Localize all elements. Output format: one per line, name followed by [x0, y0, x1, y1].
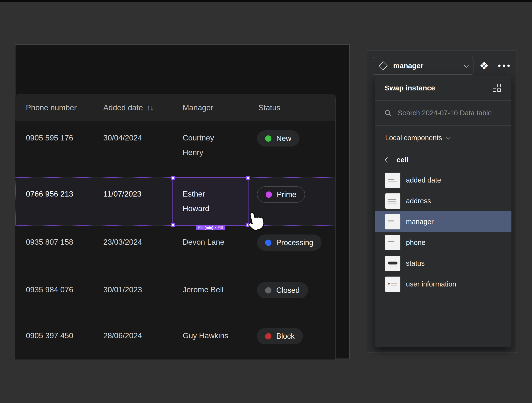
added-date-cell[interactable]: 28/06/2024: [103, 328, 142, 343]
status-dot-icon: [265, 135, 271, 142]
manager-cell[interactable]: Guy Hawkins: [183, 328, 231, 343]
chevron-left-icon[interactable]: [385, 157, 390, 162]
swap-instance-popup: Swap instance Local components cell: [375, 75, 511, 347]
column-header-phone[interactable]: Phone number: [26, 94, 77, 121]
status-label: Closed: [276, 283, 300, 298]
status-badge: Processing: [257, 234, 322, 251]
status-cell[interactable]: Closed: [257, 282, 308, 298]
table-body: 0905 595 176 30/04/2024 Courtney Henry N…: [15, 121, 335, 359]
column-header-status[interactable]: Status: [258, 94, 280, 121]
component-thumbnail: [385, 214, 400, 229]
status-label: New: [276, 131, 291, 146]
manager-cell[interactable]: Courtney Henry: [183, 131, 231, 160]
status-label: Prime: [277, 187, 296, 202]
selected-cell-outline[interactable]: [172, 177, 248, 226]
phone-cell[interactable]: 0905 397 450: [26, 328, 73, 343]
selection-handle[interactable]: [171, 223, 175, 227]
component-group-header[interactable]: cell: [375, 150, 511, 170]
status-dot-icon: [265, 287, 271, 293]
component-thumbnail: [385, 193, 400, 209]
phone-cell[interactable]: 0935 984 076: [26, 282, 73, 297]
column-header-added-date[interactable]: Added date↑↓: [103, 94, 153, 121]
search-input[interactable]: [397, 109, 500, 117]
grid-view-icon[interactable]: [493, 84, 501, 92]
phone-cell[interactable]: 0935 807 158: [26, 235, 73, 249]
component-label: address: [406, 197, 431, 205]
status-badge: Closed: [257, 282, 308, 298]
local-components-header[interactable]: Local components: [375, 126, 511, 150]
table-row[interactable]: 0935 807 158 23/03/2024 Devon Lane Proce…: [15, 225, 335, 273]
component-label: user information: [406, 280, 456, 288]
component-item[interactable]: status: [375, 253, 511, 274]
table-header: Phone number Added date↑↓ Manager Status: [15, 94, 335, 121]
section-label: Local components: [385, 134, 442, 142]
component-thumbnail: [385, 256, 400, 271]
figma-workspace: Phone number Added date↑↓ Manager Status…: [0, 0, 532, 403]
search-field[interactable]: [375, 101, 511, 126]
design-frame[interactable]: Phone number Added date↑↓ Manager Status…: [15, 44, 350, 359]
component-label: status: [406, 259, 425, 267]
chevron-down-icon: [446, 135, 451, 139]
chevron-down-icon: [464, 62, 469, 67]
component-label: added date: [406, 176, 441, 184]
component-thumbnail: [385, 277, 400, 292]
phone-cell[interactable]: 0905 595 176: [26, 131, 73, 145]
status-label: Processing: [276, 235, 313, 250]
added-date-cell[interactable]: 23/03/2024: [103, 235, 142, 249]
popup-header: Swap instance: [375, 75, 511, 101]
table-row[interactable]: 0905 595 176 30/04/2024 Courtney Henry N…: [15, 121, 335, 177]
status-cell[interactable]: New: [257, 130, 300, 147]
component-label: phone: [406, 239, 426, 247]
component-instance-icon: [379, 61, 388, 70]
table-row[interactable]: 0905 397 450 28/06/2024 Guy Hawkins Bloc…: [15, 319, 335, 359]
added-date-cell[interactable]: 30/04/2024: [103, 131, 142, 145]
component-label: manager: [406, 218, 434, 226]
popup-title: Swap instance: [385, 84, 493, 92]
selection-handle[interactable]: [246, 176, 250, 180]
component-item[interactable]: manager: [375, 211, 511, 232]
status-label: Block: [276, 329, 295, 344]
phone-cell[interactable]: 0766 956 213: [26, 187, 73, 201]
status-cell[interactable]: Prime: [257, 186, 305, 203]
component-item[interactable]: added date: [375, 170, 511, 191]
status-cell[interactable]: Block: [257, 328, 303, 344]
selection-size-label: Fill (min) × Fill: [196, 225, 225, 230]
search-icon: [384, 109, 392, 117]
data-table[interactable]: Phone number Added date↑↓ Manager Status…: [15, 94, 336, 359]
status-dot-icon: [265, 240, 271, 246]
table-row[interactable]: 0935 984 076 30/01/2023 Jerome Bell Clos…: [15, 273, 335, 319]
selection-handle[interactable]: [171, 176, 175, 180]
component-item[interactable]: address: [375, 191, 511, 211]
component-thumbnail: [385, 235, 400, 250]
swap-instance-icon[interactable]: ❖: [476, 57, 492, 75]
instance-select[interactable]: manager: [373, 57, 473, 75]
status-dot-icon: [265, 333, 271, 339]
component-list: added date address manager phone: [375, 170, 511, 294]
instance-name: manager: [393, 62, 465, 70]
more-options-button[interactable]: [496, 57, 512, 75]
group-name: cell: [397, 156, 408, 164]
added-date-cell[interactable]: 11/07/2023: [103, 187, 142, 201]
manager-cell[interactable]: Devon Lane: [183, 235, 231, 249]
inspector-panel: manager ❖ Swap instance Local components: [367, 50, 517, 353]
added-date-cell[interactable]: 30/01/2023: [103, 282, 142, 297]
manager-cell[interactable]: Jerome Bell: [183, 282, 231, 297]
status-cell[interactable]: Processing: [257, 234, 322, 251]
status-badge: Prime: [257, 186, 305, 203]
top-strip: [0, 0, 532, 2]
status-dot-icon: [266, 191, 272, 198]
component-thumbnail: [385, 173, 400, 188]
component-item[interactable]: user information: [375, 274, 511, 294]
status-badge: New: [257, 130, 300, 147]
sort-arrows-icon[interactable]: ↑↓: [147, 95, 153, 121]
status-badge: Block: [257, 328, 303, 344]
component-item[interactable]: phone: [375, 232, 511, 253]
column-header-manager[interactable]: Manager: [183, 94, 213, 121]
